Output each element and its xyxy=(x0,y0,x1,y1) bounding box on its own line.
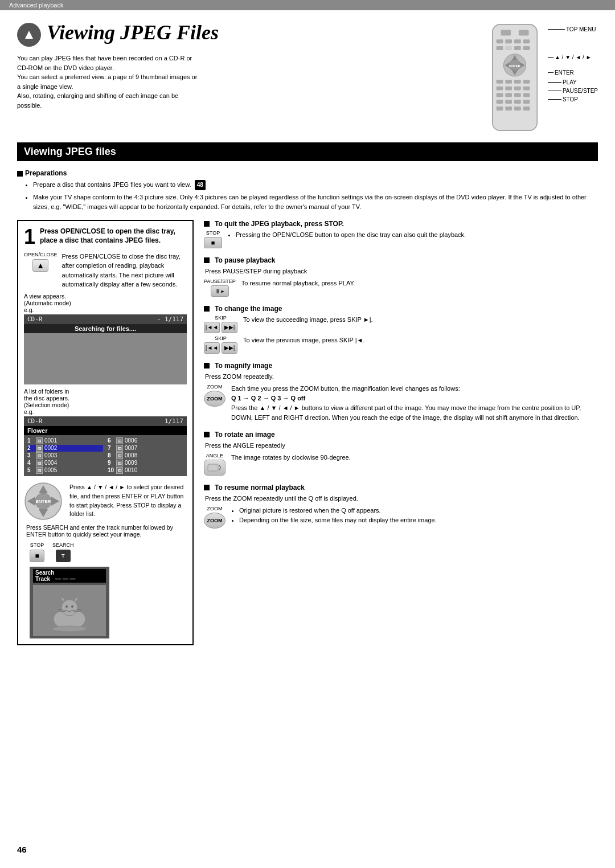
svg-rect-20 xyxy=(505,80,512,84)
main-content: 1 Press OPEN/CLOSE to open the disc tray… xyxy=(17,220,598,651)
cdr-display-select: CD-R 1/117 xyxy=(24,416,187,426)
skip-back-btn[interactable]: |◄◄ xyxy=(204,322,220,333)
file-row-5: 5 🖼 0005 xyxy=(27,467,103,474)
file-icon-10: 🖼 xyxy=(116,467,123,474)
file-row-1: 1 🖼 0001 xyxy=(27,437,103,444)
svg-rect-36 xyxy=(505,107,512,110)
skip-back-btn2[interactable]: |◄◄ xyxy=(204,342,220,354)
resume-content: ZOOM ZOOM Original picture is restored w… xyxy=(204,506,598,529)
dpad: ENTER xyxy=(24,482,63,521)
svg-marker-0 xyxy=(25,31,33,39)
file-icon-7: 🖼 xyxy=(116,445,123,452)
skip-fwd-btn2[interactable]: ▶▶| xyxy=(222,342,237,354)
section-pause: To pause playback Press PAUSE/STEP durin… xyxy=(204,256,598,297)
open-close-text: Press OPEN/CLOSE to close the disc tray,… xyxy=(62,252,187,289)
cdr-folder: Flower xyxy=(24,426,187,435)
section-header: Viewing JPEG files xyxy=(17,142,598,161)
svg-rect-9 xyxy=(505,46,512,50)
dpad-section: ENTER Press ▲ / ▼ / ◄ / ► to select your… xyxy=(24,482,187,521)
title-icon xyxy=(17,23,41,47)
top-bar: Advanced playback xyxy=(0,0,615,10)
file-row-10: 10 🖼 0010 xyxy=(108,467,183,474)
svg-marker-49 xyxy=(74,596,79,601)
file-icon-4: 🖼 xyxy=(36,460,43,466)
svg-rect-4 xyxy=(497,39,503,43)
svg-rect-2 xyxy=(501,30,511,36)
section-magnify-title: To magnify image xyxy=(204,362,598,370)
pause-content: PAUSE/STEP ⏸▶ To resume normal playback,… xyxy=(204,279,598,297)
svg-text:ENTER: ENTER xyxy=(35,499,51,504)
preparations-list: Prepare a disc that contains JPEG files … xyxy=(17,180,598,212)
pause-step-button[interactable]: ⏸▶ xyxy=(211,285,229,297)
remote-arrows-label: ▲ / ▼ / ◄ / ► xyxy=(548,54,598,60)
prep-item-2: Make your TV shape conform to the 4:3 pi… xyxy=(33,193,598,212)
svg-rect-11 xyxy=(523,46,530,50)
main-title: Viewing JPEG Files xyxy=(47,21,219,44)
pause-key: PAUSE/STEP ⏸▶ xyxy=(204,279,236,297)
search-instructions: Press SEARCH and enter the track number … xyxy=(24,524,187,538)
cat-drawing xyxy=(33,585,106,636)
section-resume: To resume normal playback Press the ZOOM… xyxy=(204,484,598,529)
step-desc: Press OPEN/CLOSE to open the disc tray, … xyxy=(40,227,187,247)
remote-play-label: PLAY xyxy=(548,79,598,85)
left-column: 1 Press OPEN/CLOSE to open the disc tray… xyxy=(17,220,194,651)
skip-forward-row: SKIP |◄◄ ▶▶| To view the succeeding imag… xyxy=(204,315,598,333)
file-grid: 1 🖼 0001 6 🖼 0006 2 🖼 0002 xyxy=(24,435,187,476)
svg-rect-35 xyxy=(497,107,503,110)
svg-rect-26 xyxy=(523,87,530,91)
section-rotate: To rotate an image Press the ANGLE repea… xyxy=(204,431,598,476)
file-icon-6: 🖼 xyxy=(116,437,123,444)
prep-item-1: Prepare a disc that contains JPEG files … xyxy=(33,180,598,190)
svg-rect-27 xyxy=(497,93,503,97)
svg-rect-31 xyxy=(497,100,503,104)
preparations-title: Preparations xyxy=(17,169,598,177)
preparations: Preparations Prepare a disc that contain… xyxy=(17,169,598,212)
file-row-8: 8 🖼 0008 xyxy=(108,452,183,459)
svg-rect-7 xyxy=(523,39,530,43)
open-close-row: OPEN/CLOSE ▲ Press OPEN/CLOSE to close t… xyxy=(24,252,187,289)
file-icon-3: 🖼 xyxy=(36,452,43,459)
file-row-3: 3 🖼 0003 xyxy=(27,452,103,459)
stop-button-quit[interactable]: ■ xyxy=(204,237,222,248)
remote-svg: ENTER xyxy=(484,21,546,134)
top-bar-label: Advanced playback xyxy=(9,2,63,9)
search-button[interactable]: T xyxy=(56,550,71,562)
svg-rect-3 xyxy=(519,30,529,36)
svg-rect-33 xyxy=(514,100,521,104)
svg-rect-37 xyxy=(514,107,521,110)
svg-rect-34 xyxy=(523,100,530,104)
section-pause-title: To pause playback xyxy=(204,256,598,264)
svg-rect-19 xyxy=(497,80,503,84)
skip-key-fwd: SKIP |◄◄ ▶▶| xyxy=(204,315,237,333)
cdr-searching: Searching for files.... xyxy=(24,324,187,333)
svg-rect-28 xyxy=(505,93,512,97)
remote-pause-label: PAUSE/STEP xyxy=(548,88,598,94)
zoom-key-resume: ZOOM ZOOM xyxy=(204,506,226,529)
stop-key-quit: STOP ■ xyxy=(204,230,222,248)
file-row-9: 9 🖼 0009 xyxy=(108,460,183,466)
svg-point-51 xyxy=(71,605,73,608)
stop-button[interactable]: ■ xyxy=(30,550,44,562)
open-close-button[interactable]: ▲ xyxy=(32,259,48,272)
zoom-button-resume[interactable]: ZOOM xyxy=(204,513,226,529)
file-row-2: 2 🖼 0002 xyxy=(27,445,103,452)
file-icon-5: 🖼 xyxy=(36,467,43,474)
cat-svg xyxy=(41,588,98,633)
right-column: To quit the JPEG playback, press STOP. S… xyxy=(204,220,598,651)
section-resume-title: To resume normal playback xyxy=(204,484,598,492)
dpad-instructions: Press ▲ / ▼ / ◄ / ► to select your desir… xyxy=(69,483,187,519)
angle-button[interactable] xyxy=(204,460,226,476)
skip-key-bk: SKIP |◄◄ ▶▶| xyxy=(204,335,237,354)
skip-fwd-btn[interactable]: ▶▶| xyxy=(222,322,237,333)
file-row-4: 4 🖼 0004 xyxy=(27,460,103,466)
badge-48: 48 xyxy=(195,180,206,190)
stop-search-row: STOP ■ SEARCH T xyxy=(30,542,187,562)
svg-point-47 xyxy=(62,600,77,616)
svg-rect-29 xyxy=(514,93,521,97)
svg-rect-24 xyxy=(505,87,512,91)
stop-btn-col: STOP ■ xyxy=(30,542,44,562)
file-icon-9: 🖼 xyxy=(116,460,123,466)
step-header: 1 Press OPEN/CLOSE to open the disc tray… xyxy=(24,227,187,247)
quit-text: Pressing the OPEN/CLOSE button to open t… xyxy=(227,230,466,240)
zoom-button[interactable]: ZOOM xyxy=(204,391,226,407)
